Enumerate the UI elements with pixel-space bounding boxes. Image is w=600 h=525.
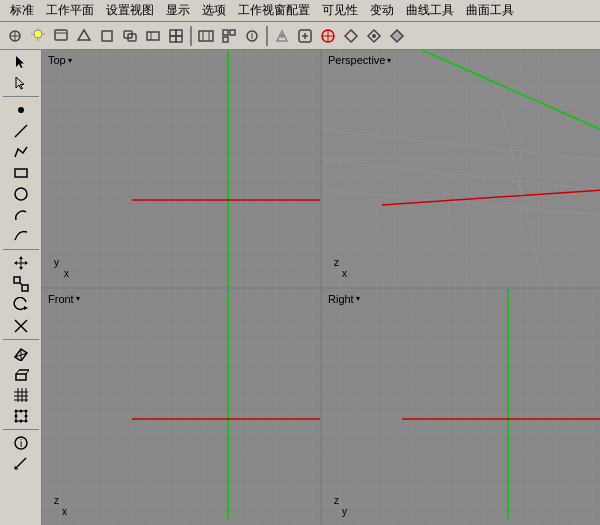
viewport-right-label[interactable]: Right ▾ [328,293,360,305]
toolbar-btn-2[interactable] [27,25,49,47]
menu-curve-tools[interactable]: 曲线工具 [400,0,460,21]
svg-rect-74 [42,50,320,287]
viewport-right-arrow: ▾ [356,294,360,303]
tool-cage[interactable] [3,406,39,426]
svg-text:i: i [20,438,22,449]
svg-point-63 [24,420,27,423]
menu-setview[interactable]: 设置视图 [100,0,160,21]
menu-standard[interactable]: 标准 [4,0,40,21]
viewport-top-axis: yx [54,257,69,279]
svg-marker-35 [345,30,357,42]
tool-move[interactable] [3,253,39,273]
tool-select2[interactable] [3,73,39,93]
toolbar-btn-8[interactable] [165,25,187,47]
svg-rect-17 [176,30,182,36]
viewport-perspective-axis: zx [334,257,347,279]
toolbar-btn-10[interactable] [218,25,240,47]
viewport-front-title: Front [48,293,74,305]
menu-display[interactable]: 显示 [160,0,196,21]
svg-marker-46 [24,306,28,310]
viewports-container: Top ▾ yx [42,50,600,525]
svg-point-64 [19,410,22,413]
toolbar-btn-14[interactable] [340,25,362,47]
svg-rect-19 [176,36,182,42]
svg-line-40 [15,125,27,137]
menu-transform[interactable]: 变动 [364,0,400,21]
tool-freeform[interactable] [3,226,39,246]
svg-point-66 [14,415,17,418]
viewport-front-axis: zx [54,495,67,517]
toolbar [0,22,600,50]
menu-surface-tools[interactable]: 曲面工具 [460,0,520,21]
svg-point-67 [24,415,27,418]
tool-circle[interactable] [3,184,39,204]
toolbar-btn-7[interactable] [142,25,164,47]
svg-rect-24 [230,30,235,35]
toolbar-btn-15[interactable] [363,25,385,47]
viewport-perspective-title: Perspective [328,54,385,66]
svg-line-45 [20,283,22,285]
menu-workplane[interactable]: 工作平面 [40,0,100,21]
viewport-perspective-label[interactable]: Perspective ▾ [328,54,391,66]
svg-rect-23 [223,30,228,35]
menu-viewport-config[interactable]: 工作视窗配置 [232,0,316,21]
tool-arc[interactable] [3,205,39,225]
tool-surface-box[interactable] [3,343,39,363]
svg-point-28 [280,34,284,38]
svg-point-3 [34,30,42,38]
main-area: i [0,50,600,525]
toolbar-btn-6[interactable] [119,25,141,47]
toolbar-btn-16[interactable] [386,25,408,47]
svg-point-37 [372,34,376,38]
tool-rect[interactable] [3,163,39,183]
viewport-perspective-arrow: ▾ [387,56,391,65]
svg-point-42 [15,188,27,200]
viewport-front-label[interactable]: Front ▾ [48,293,80,305]
svg-marker-10 [78,30,90,40]
svg-point-61 [24,410,27,413]
toolbar-btn-5[interactable] [96,25,118,47]
svg-rect-11 [102,31,112,41]
tool-point[interactable] [3,100,39,120]
svg-point-39 [18,107,24,113]
viewport-top-label[interactable]: Top ▾ [48,54,72,66]
svg-rect-44 [22,285,28,291]
tool-extrude[interactable] [3,364,39,384]
tool-analyze[interactable]: i [3,433,39,453]
viewport-top[interactable]: Top ▾ yx [42,50,320,287]
tool-polyline[interactable] [3,142,39,162]
svg-line-70 [15,458,26,469]
tool-grid[interactable] [3,385,39,405]
menu-options[interactable]: 选项 [196,0,232,21]
viewport-right-title: Right [328,293,354,305]
tool-trim[interactable] [3,316,39,336]
toolbar-btn-11[interactable] [241,25,263,47]
viewport-right[interactable]: Right ▾ zy [322,289,600,526]
viewport-front[interactable]: Front ▾ zx [42,289,320,526]
toolbar-btn-4[interactable] [73,25,95,47]
tool-scale[interactable] [3,274,39,294]
tool-line[interactable] [3,121,39,141]
viewport-perspective[interactable]: Perspective ▾ zx [322,50,600,287]
toolbar-btn-12[interactable] [271,25,293,47]
toolbar-btn-snap[interactable] [317,25,339,47]
svg-point-65 [19,420,22,423]
svg-point-60 [14,410,17,413]
tool-measure[interactable] [3,454,39,474]
svg-rect-18 [170,36,176,42]
svg-rect-86 [42,289,320,526]
svg-rect-14 [147,32,159,40]
viewport-right-axis: zy [334,495,347,517]
svg-rect-8 [55,30,67,40]
svg-rect-43 [14,277,20,283]
toolbar-btn-3[interactable] [50,25,72,47]
toolbar-btn-13[interactable] [294,25,316,47]
tool-rotate[interactable] [3,295,39,315]
toolbar-btn-1[interactable] [4,25,26,47]
toolbar-btn-9[interactable] [195,25,217,47]
tool-select[interactable] [3,52,39,72]
menu-visibility[interactable]: 可见性 [316,0,364,21]
menu-bar: 标准 工作平面 设置视图 显示 选项 工作视窗配置 可见性 变动 曲线工具 曲面… [0,0,600,22]
svg-rect-20 [199,31,213,41]
svg-rect-90 [322,289,600,526]
